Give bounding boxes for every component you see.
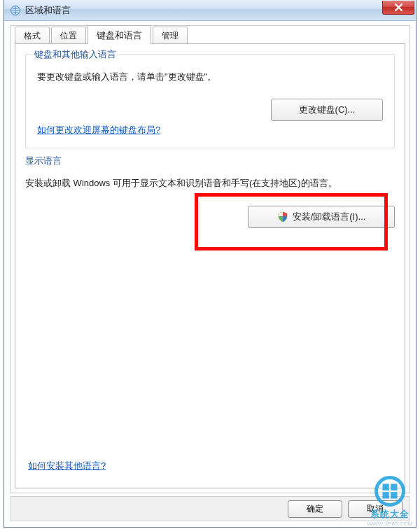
tab-admin[interactable]: 管理 xyxy=(153,27,188,43)
tab-panel-keyboard-language: 键盘和其他输入语言 要更改键盘或输入语言，请单击"更改键盘"。 更改键盘(C).… xyxy=(15,43,405,488)
close-icon xyxy=(395,3,402,11)
uac-shield-icon xyxy=(277,211,288,223)
content-area: 格式 位置 键盘和语言 管理 键盘和其他输入语言 要更改键盘或输入语言，请单击"… xyxy=(10,25,410,493)
globe-icon xyxy=(10,5,21,16)
dialog-button-bar: 确定 取消 xyxy=(10,496,410,521)
display-language-group: 显示语言 安装或卸载 Windows 可用于显示文本和识别语音和手写(在支持地区… xyxy=(25,161,395,239)
ok-button[interactable]: 确定 xyxy=(288,500,342,518)
install-uninstall-languages-button[interactable]: 安装/卸载语言(I)... xyxy=(248,206,395,228)
keyboard-input-group: 键盘和其他输入语言 要更改键盘或输入语言，请单击"更改键盘"。 更改键盘(C).… xyxy=(25,54,395,148)
change-keyboard-button[interactable]: 更改键盘(C)... xyxy=(271,99,383,121)
tab-label: 键盘和语言 xyxy=(97,30,142,41)
button-label: 安装/卸载语言(I)... xyxy=(293,211,366,223)
group-title: 显示语言 xyxy=(25,155,64,167)
window-title: 区域和语言 xyxy=(25,4,71,17)
install-other-languages-link[interactable]: 如何安装其他语言? xyxy=(28,460,106,472)
tab-format[interactable]: 格式 xyxy=(15,27,50,43)
group-title: 键盘和其他输入语言 xyxy=(31,48,119,61)
keyboard-desc: 要更改键盘或输入语言，请单击"更改键盘"。 xyxy=(37,69,383,85)
cancel-button[interactable]: 取消 xyxy=(348,500,402,518)
close-button[interactable] xyxy=(382,1,414,15)
button-label: 确定 xyxy=(307,504,323,514)
outer-frame: 格式 位置 键盘和语言 管理 键盘和其他输入语言 要更改键盘或输入语言，请单击"… xyxy=(10,25,410,493)
welcome-screen-layout-link[interactable]: 如何更改欢迎屏幕的键盘布局? xyxy=(37,124,160,136)
display-desc: 安装或卸载 Windows 可用于显示文本和识别语音和手写(在支持地区)的语言。 xyxy=(25,175,395,191)
tab-location[interactable]: 位置 xyxy=(51,27,86,43)
tab-label: 格式 xyxy=(24,31,41,41)
tab-label: 位置 xyxy=(60,31,77,41)
titlebar[interactable]: 区域和语言 xyxy=(4,0,416,21)
region-language-dialog: 区域和语言 格式 位置 键盘和语言 管理 键盘和其他输入语言 要更改键盘或输入语… xyxy=(4,0,416,528)
button-row: 安装/卸载语言(I)... xyxy=(25,206,395,228)
tab-label: 管理 xyxy=(162,31,178,41)
tab-strip: 格式 位置 键盘和语言 管理 xyxy=(15,25,189,43)
button-label: 更改键盘(C)... xyxy=(299,104,356,116)
button-row: 更改键盘(C)... xyxy=(37,99,383,121)
tab-keyboard-language[interactable]: 键盘和语言 xyxy=(88,25,151,43)
button-label: 取消 xyxy=(367,504,384,514)
